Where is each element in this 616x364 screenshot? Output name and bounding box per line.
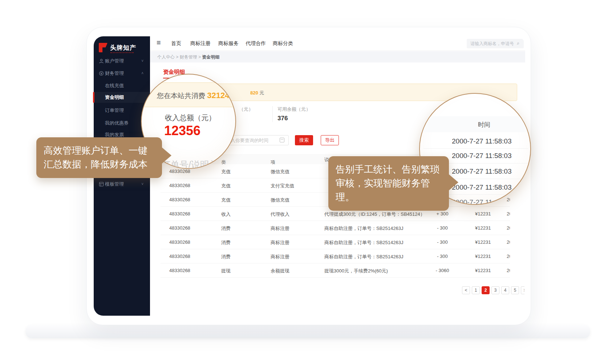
cell-type: 收入 [221, 211, 231, 218]
cell-order: 48330268 [169, 197, 190, 202]
income-label: 收入总额（元） [165, 113, 216, 123]
hamburger-menu-icon[interactable]: ≡ [157, 39, 161, 47]
sidebar-item-recharge[interactable]: 在线充值 [94, 80, 150, 91]
pagination-page-4[interactable]: 4 [501, 286, 509, 294]
time-value: 2000-7-27 11:58:03 [452, 167, 511, 175]
cell-desc: 商标自助注册，订单号：SB2514263J [324, 239, 403, 246]
pagination-prev[interactable]: < [462, 286, 470, 294]
magnified-banner-text: 您在本站共消费 32124 [157, 91, 229, 101]
cell-amount: - 3060 [427, 268, 458, 273]
nav-item-1[interactable]: 商标注册 [190, 40, 211, 47]
cell-order: 48330268 [169, 225, 190, 231]
cell-order: 48330268 [169, 211, 190, 217]
time-value: 2000-7-27 11:58:03 [452, 183, 511, 191]
cell-amount: - 300 [427, 254, 458, 259]
table-row[interactable]: 48330268提现余额提现提现3000元，手续费2%(60元)- 3060¥1… [161, 263, 510, 278]
top-navbar: ≡ 首页商标注册商标服务代理合作商标分类 ⌕ [150, 36, 525, 51]
search-button[interactable]: 搜索 [295, 135, 313, 145]
pagination-page-5[interactable]: 5 [511, 286, 519, 294]
cell-project: 商标注册 [271, 225, 289, 232]
breadcrumb-path: 个人中心 > 财务管理 > [157, 54, 202, 60]
cell-desc: 商标自助注册，订单号：SB2514263J [324, 254, 403, 260]
banner-suffix: 元 [259, 90, 264, 96]
cell-project: 商标注册 [271, 254, 289, 260]
balance-value: 376 [277, 115, 288, 122]
pagination-page-3[interactable]: 3 [491, 286, 499, 294]
user-icon [99, 58, 104, 64]
cell-time: 2000-7-27 11:58:03 [507, 254, 510, 259]
cell-time: 2000-7-27 11:58:03 [507, 197, 510, 202]
sidebar-item-finance[interactable]: 财务管理 ˄ [94, 68, 150, 79]
chevron-down-icon: ˅ [141, 56, 143, 66]
sidebar-item-label: 财务管理 [105, 68, 124, 79]
cell-desc: 代理提成300元（ID:1245，订单号：SB45124） [324, 211, 425, 218]
breadcrumb-current: 资金明细 [202, 54, 219, 60]
page: 头牌知产 账户管理 ˅ 财务管理 ˄ 在线充值 资金明细 订单管理 我的优惠券 … [0, 0, 616, 364]
cell-project: 商标注册 [271, 239, 289, 246]
cell-amount: + 300 [427, 211, 458, 217]
sidebar-item-templates[interactable]: 模板管理 ˅ [94, 179, 150, 190]
cell-order: 48330268 [169, 254, 190, 259]
sidebar-item-label: 资金明细 [105, 92, 124, 103]
cell-type: 充值 [221, 183, 231, 189]
banner-text: 820 元 [250, 90, 264, 96]
sidebar-item-label: 账户管理 [105, 56, 124, 66]
cell-project: 微信充值 [271, 197, 289, 203]
cell-amount: - 300 [427, 239, 458, 245]
caret-down-icon: ∨ [272, 159, 275, 163]
cell-project: 微信充值 [271, 169, 289, 175]
search-icon[interactable]: ⌕ [517, 40, 519, 46]
chevron-up-icon: ˄ [141, 68, 143, 79]
pagination-page-2[interactable]: 2 [482, 286, 490, 294]
sidebar-item-label: 模板管理 [105, 179, 124, 190]
cell-desc: 商标自助注册，订单号：SB2514263J [324, 225, 403, 232]
cell-type: 消费 [221, 254, 231, 260]
cell-amount: - 300 [427, 225, 458, 231]
chevron-down-icon: ˅ [141, 179, 143, 190]
cell-balance: ¥12231 [475, 254, 491, 259]
sidebar-item-funds-detail[interactable]: 资金明细 [94, 92, 150, 103]
breadcrumb[interactable]: 个人中心 > 财务管理 > 资金明细 [157, 54, 219, 60]
cell-desc: 提现3000元，手续费2%(60元) [324, 268, 388, 274]
cell-time: 2000-7-27 11:58:03 [507, 239, 510, 245]
expense-label-visible: （元） [239, 106, 253, 113]
banner-amount-rest: 820 [250, 90, 258, 96]
nav-item-0[interactable]: 首页 [171, 40, 181, 47]
pagination-next[interactable]: > [521, 286, 524, 294]
stats-divider [272, 106, 273, 122]
table-row[interactable]: 48330268消费商标注册商标自助注册，订单号：SB2514263J- 300… [161, 235, 510, 249]
cell-balance: ¥12231 [475, 225, 491, 231]
caret-down-icon: ∨ [223, 159, 225, 163]
sidebar-item-label: 订单管理 [105, 105, 124, 116]
template-icon [99, 182, 104, 187]
cell-balance: ¥12231 [475, 211, 491, 217]
cell-order: 48330268 [169, 268, 190, 273]
cell-order: 48330268 [169, 239, 190, 245]
nav-item-3[interactable]: 代理合作 [246, 40, 266, 47]
finance-icon [99, 71, 104, 76]
nav-item-2[interactable]: 商标服务 [218, 40, 239, 47]
table-row[interactable]: 48330268消费商标注册商标自助注册，订单号：SB2514263J- 300… [161, 221, 510, 235]
pagination-page-1[interactable]: 1 [472, 286, 480, 294]
breadcrumb-band: 个人中心 > 财务管理 > 资金明细 [150, 51, 525, 62]
cell-type: 消费 [221, 239, 231, 246]
cell-time: 2000-7-27 11:58:03 [507, 211, 510, 217]
brand-logo-icon [99, 43, 108, 52]
sidebar-item-account[interactable]: 账户管理 ˅ [94, 56, 150, 66]
nav-item-4[interactable]: 商标分类 [273, 40, 293, 47]
calendar-icon[interactable] [280, 138, 284, 142]
cell-project: 代理收入 [271, 211, 289, 218]
time-column-header: 时间 [478, 121, 490, 129]
search-input[interactable] [467, 39, 524, 48]
sidebar-item-label: 在线充值 [105, 80, 124, 91]
table-row[interactable]: 48330268消费商标注册商标自助注册，订单号：SB2514263J- 300… [161, 249, 510, 263]
brand-tagline [110, 52, 134, 53]
cell-time: 2000-7-27 11:58:03 [507, 268, 510, 273]
cell-project: 支付宝充值 [271, 183, 294, 189]
income-value: 12356 [164, 123, 200, 138]
cell-order: 48330268 [169, 183, 190, 188]
export-button[interactable]: 导出 [321, 135, 339, 145]
cell-balance: ¥12231 [475, 239, 491, 245]
magnified-time-headband [420, 116, 531, 132]
banner-prefix: 您在本站共消费 [157, 92, 205, 100]
